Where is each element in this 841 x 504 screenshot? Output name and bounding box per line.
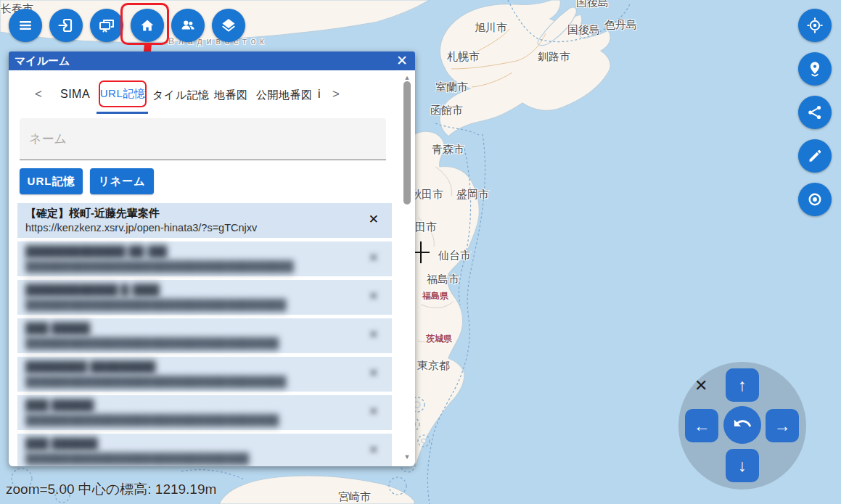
map-pin-button[interactable] <box>798 52 832 86</box>
record-icon <box>806 191 824 208</box>
share-button[interactable] <box>798 96 832 129</box>
url-memory-item[interactable]: ████████ ████████▌ █████████████████████… <box>17 357 392 392</box>
entry-url: ██████████████████████████████████ <box>25 413 360 428</box>
dialog-titlebar[interactable]: マイルーム ✕ <box>9 51 415 70</box>
entry-url: ███████████████████████████████████ <box>25 297 360 313</box>
users-button[interactable] <box>171 9 205 42</box>
tab-public-chiban-map[interactable]: 公開地番図 <box>256 88 313 102</box>
map-label: 室蘭市 <box>435 80 468 94</box>
url-memory-item[interactable]: ████████████ █▐███ █████████████████████… <box>17 280 392 315</box>
map-label-prefecture: 茨城県 <box>426 333 452 345</box>
menu-icon <box>17 17 34 34</box>
delete-entry-icon[interactable]: ✕ <box>369 365 379 381</box>
delete-entry-icon[interactable]: ✕ <box>369 404 379 419</box>
edit-pencil-icon <box>806 147 824 165</box>
dialog-title: マイルーム <box>15 54 70 67</box>
entry-title: 【確定】桜町-近藤先輩案件 <box>25 205 360 220</box>
gps-locate-button[interactable] <box>798 9 832 42</box>
entry-title: █████████████ ██▐██ <box>25 244 360 259</box>
map-label: 福島市 <box>427 273 459 286</box>
record-button[interactable] <box>798 183 832 216</box>
active-tab-underline <box>97 112 148 114</box>
people-icon <box>179 17 197 34</box>
entry-title: ███ ██████ <box>25 436 360 451</box>
tab-tile-memory[interactable]: タイル記憶 <box>152 88 210 102</box>
displays-button[interactable] <box>90 9 123 42</box>
edit-button[interactable] <box>798 139 832 173</box>
url-memory-item[interactable]: 【確定】桜町-近藤先輩案件 https://kenzkenz.xsrv.jp/o… <box>17 203 392 238</box>
map-label: 盛岡市 <box>456 188 489 202</box>
url-memory-item[interactable]: ███ █████▌ █████████████████████████████… <box>17 395 392 430</box>
menu-button[interactable] <box>9 9 42 42</box>
entry-url: ███████████████████████████████████ <box>25 374 360 389</box>
entry-url: ██████████████████████████████ <box>25 451 360 466</box>
delete-entry-icon[interactable]: ✕ <box>369 327 379 342</box>
login-button[interactable] <box>49 9 83 42</box>
map-label: 宮崎市 <box>338 490 371 504</box>
entry-url: https://kenzkenz.xsrv.jp/open-hinata3/?s… <box>25 220 360 236</box>
zoom-elevation-status: zoom=5.00 中心の標高: 1219.19m <box>6 480 216 499</box>
scrollbar-thumb[interactable] <box>403 81 411 205</box>
displays-icon <box>98 17 115 34</box>
tab-sima[interactable]: SIMA <box>60 88 90 101</box>
annotation-box-home <box>120 3 169 45</box>
entry-url: ████████████████████████████████████ <box>25 259 360 274</box>
pan-up-button[interactable]: ↑ <box>726 368 759 402</box>
map-label: 国後島 <box>576 0 609 9</box>
map-label: 仙台市 <box>438 249 471 263</box>
map-label: 東京都 <box>417 359 450 373</box>
map-label: 函館市 <box>430 104 463 117</box>
my-room-dialog: マイルーム ✕ < SIMA URL記憶 タイル記憶 地番図 公開地番図 i >… <box>9 51 415 466</box>
scroll-up-icon[interactable]: ▲ <box>401 74 413 81</box>
delete-entry-icon[interactable]: ✕ <box>369 442 379 458</box>
url-memory-item[interactable]: ███ ██████ █████████████████████████████… <box>17 434 392 466</box>
layers-button[interactable] <box>212 9 245 42</box>
entry-title: ████████ ████████▌ <box>25 359 360 374</box>
map-label: 旭川市 <box>475 21 507 35</box>
tab-url-memory[interactable]: URL記憶 <box>100 87 146 101</box>
tabs-prev-button[interactable]: < <box>35 87 42 102</box>
url-memory-list: 【確定】桜町-近藤先輩案件 https://kenzkenz.xsrv.jp/o… <box>17 203 392 466</box>
close-icon[interactable]: ✕ <box>396 51 408 70</box>
entry-title: ███ █████▌ <box>25 397 360 413</box>
rename-button[interactable]: リネーム <box>90 168 154 194</box>
entry-title: ███ █████ <box>25 321 360 336</box>
undo-arrow-icon <box>732 413 752 437</box>
map-pin-icon <box>806 60 824 78</box>
entry-url: ██████████████████████████████████ <box>25 336 360 351</box>
map-label: 札幌市 <box>447 50 480 64</box>
map-label: 田市 <box>415 220 437 234</box>
pan-down-button[interactable]: ↓ <box>726 449 759 482</box>
tab-chiban-map[interactable]: 地番図 <box>214 88 248 102</box>
login-icon <box>57 17 75 34</box>
delete-entry-icon[interactable]: ✕ <box>369 212 379 227</box>
undo-view-button[interactable] <box>723 406 761 444</box>
delete-entry-icon[interactable]: ✕ <box>369 250 379 265</box>
delete-entry-icon[interactable]: ✕ <box>369 289 379 304</box>
map-label: 秋田市 <box>411 188 443 202</box>
app-screen: 长春市 Владивосток 旭川市 国後島 国後島 色丹島 札幌市 釧路市 … <box>0 0 841 504</box>
map-label: 国後島 <box>567 23 600 37</box>
share-icon <box>806 104 824 121</box>
tab-info[interactable]: i <box>318 88 321 101</box>
annotation-box-tab: URL記憶 <box>99 80 147 107</box>
pan-right-button[interactable]: → <box>766 409 799 442</box>
map-label: 釧路市 <box>538 50 570 64</box>
name-input[interactable] <box>20 118 386 160</box>
map-label: 色丹島 <box>604 18 637 32</box>
url-memory-item[interactable]: █████████████ ██▐██ ████████████████████… <box>17 241 392 276</box>
entry-title: ████████████ █▐███ <box>25 282 360 297</box>
map-label-prefecture: 福島県 <box>422 290 448 302</box>
memorize-url-button[interactable]: URL記憶 <box>20 168 83 194</box>
layers-icon <box>220 17 237 34</box>
pad-close-icon[interactable]: ✕ <box>694 376 707 395</box>
gps-locate-icon <box>806 17 824 34</box>
scroll-down-icon[interactable]: ▼ <box>401 453 413 460</box>
map-navigation-pad: ✕ ↑ ← → ↓ <box>678 362 806 489</box>
map-label: 青森市 <box>432 143 464 157</box>
tabs-next-button[interactable]: > <box>332 87 340 102</box>
modal-scrollbar[interactable]: ▲ ▼ <box>401 71 413 466</box>
name-field-wrapper <box>20 118 386 160</box>
url-memory-item[interactable]: ███ █████ ██████████████████████████████… <box>17 318 392 353</box>
pan-left-button[interactable]: ← <box>685 409 718 442</box>
